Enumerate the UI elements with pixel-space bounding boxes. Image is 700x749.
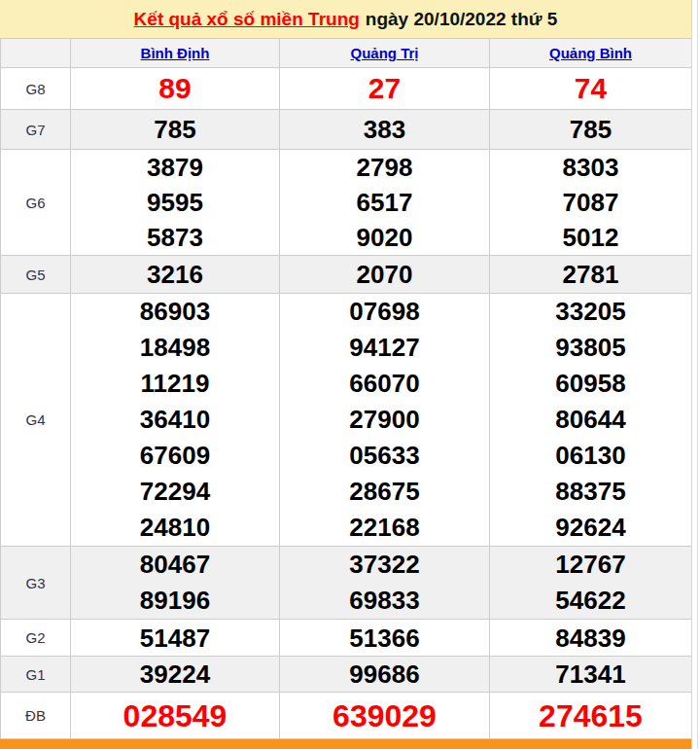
prize-label-g8: G8: [1, 68, 71, 110]
prize-cell-g7-quang-tri: 383: [280, 110, 490, 150]
prize-row-g6: G6 3879 9595 5873 2798 6517 9020 8303 70…: [1, 150, 692, 256]
prize-row-g8: G8 89 27 74: [1, 68, 692, 110]
prize-cell-g7-quang-binh: 785: [490, 110, 692, 150]
province-link-binh-dinh[interactable]: Bình Định: [141, 45, 210, 61]
prize-label-g1: G1: [1, 657, 71, 693]
province-link-quang-tri[interactable]: Quảng Trị: [350, 45, 418, 61]
corner-cell: [1, 39, 71, 68]
prize-cell-g8-quang-binh: 74: [490, 68, 692, 110]
prize-cell-g6-quang-tri: 2798 6517 9020: [280, 150, 490, 256]
prize-cell-db-quang-binh: 274615: [490, 693, 692, 739]
title-link[interactable]: Kết quả xổ số miền Trung: [134, 9, 360, 30]
prize-row-g1: G1 39224 99686 71341: [1, 657, 692, 693]
prize-cell-g5-binh-dinh: 3216: [71, 256, 280, 294]
column-header-row: Bình Định Quảng Trị Quảng Bình: [1, 39, 692, 68]
prize-cell-g5-quang-binh: 2781: [490, 256, 692, 294]
province-link-quang-binh[interactable]: Quảng Bình: [549, 45, 632, 61]
prize-row-g2: G2 51487 51366 84839: [1, 620, 692, 657]
prize-label-g5: G5: [1, 256, 71, 294]
prize-cell-g4-quang-tri: 07698 94127 66070 27900 05633 28675 2216…: [280, 294, 490, 547]
prize-label-g7: G7: [1, 110, 71, 150]
title-band: Kết quả xổ số miền Trung ngày 20/10/2022…: [0, 0, 691, 38]
title-date: ngày 20/10/2022 thứ 5: [366, 9, 558, 30]
prize-cell-db-quang-tri: 639029: [280, 693, 490, 739]
prize-label-g4: G4: [1, 294, 71, 547]
prize-row-g4: G4 86903 18498 11219 36410 67609 72294 2…: [1, 294, 692, 547]
prize-cell-g5-quang-tri: 2070: [280, 256, 490, 294]
results-table: Bình Định Quảng Trị Quảng Bình G8 89 27 …: [0, 38, 692, 739]
prize-cell-g1-binh-dinh: 39224: [71, 657, 280, 693]
prize-cell-g4-quang-binh: 33205 93805 60958 80644 06130 88375 9262…: [490, 294, 692, 547]
bottom-orange-bar: [0, 739, 691, 749]
prize-cell-g3-quang-binh: 12767 54622: [490, 547, 692, 620]
prize-label-g6: G6: [1, 150, 71, 256]
prize-cell-g2-quang-binh: 84839: [490, 620, 692, 657]
prize-cell-g8-binh-dinh: 89: [71, 68, 280, 110]
prize-cell-g4-binh-dinh: 86903 18498 11219 36410 67609 72294 2481…: [71, 294, 280, 547]
prize-cell-g6-quang-binh: 8303 7087 5012: [490, 150, 692, 256]
lottery-results-panel: Kết quả xổ số miền Trung ngày 20/10/2022…: [0, 0, 691, 749]
prize-cell-g8-quang-tri: 27: [280, 68, 490, 110]
prize-cell-g3-quang-tri: 37322 69833: [280, 547, 490, 620]
page: Kết quả xổ số miền Trung ngày 20/10/2022…: [0, 0, 700, 749]
prize-cell-db-binh-dinh: 028549: [71, 693, 280, 739]
prize-cell-g2-quang-tri: 51366: [280, 620, 490, 657]
prize-cell-g6-binh-dinh: 3879 9595 5873: [71, 150, 280, 256]
prize-label-g3: G3: [1, 547, 71, 620]
column-header-binh-dinh: Bình Định: [71, 39, 280, 68]
scrollbar-track-line: [697, 0, 698, 749]
prize-row-g7: G7 785 383 785: [1, 110, 692, 150]
column-header-quang-binh: Quảng Bình: [490, 39, 692, 68]
prize-cell-g7-binh-dinh: 785: [71, 110, 280, 150]
prize-row-g3: G3 80467 89196 37322 69833 12767 54622: [1, 547, 692, 620]
prize-cell-g1-quang-binh: 71341: [490, 657, 692, 693]
prize-label-db: ĐB: [1, 693, 71, 739]
prize-row-g5: G5 3216 2070 2781: [1, 256, 692, 294]
prize-label-g2: G2: [1, 620, 71, 657]
column-header-quang-tri: Quảng Trị: [280, 39, 490, 68]
prize-cell-g1-quang-tri: 99686: [280, 657, 490, 693]
prize-cell-g2-binh-dinh: 51487: [71, 620, 280, 657]
prize-row-db: ĐB 028549 639029 274615: [1, 693, 692, 739]
prize-cell-g3-binh-dinh: 80467 89196: [71, 547, 280, 620]
scrollbar-gutter[interactable]: [691, 0, 700, 749]
